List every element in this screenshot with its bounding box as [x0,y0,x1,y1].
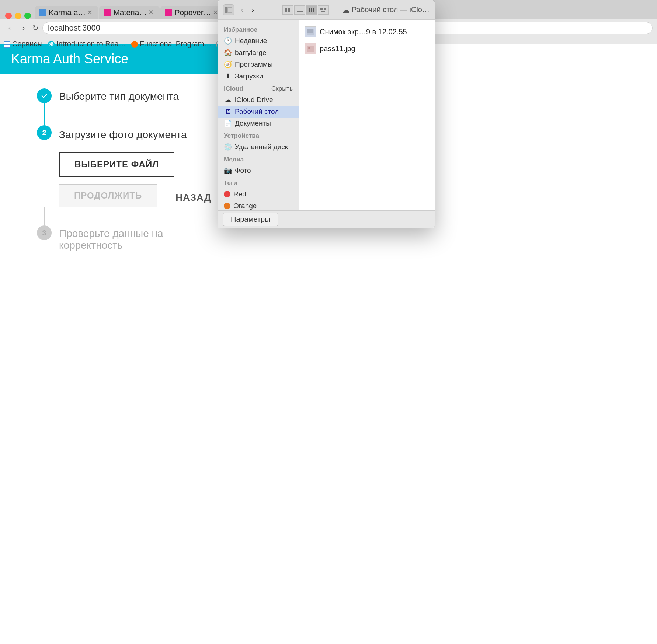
step-3-content: Проверьте данные на корректность [59,225,220,251]
step-2-content: Загрузите фото документа [59,125,187,141]
tab-3[interactable]: Popover… ✕ [160,6,224,19]
cloud-label: Рабочий стол — iClo… [352,6,430,14]
window-minimize-dot[interactable] [15,13,21,19]
icon-view-button[interactable] [282,5,293,15]
react-icon [48,41,55,48]
section-label-tags: Теги [218,176,299,188]
list-view-button[interactable] [294,5,305,15]
gallery-view-button[interactable] [318,5,329,15]
sidebar-item-desktop[interactable]: 🖥 Рабочий стол [218,106,299,118]
fp-icon [131,41,138,48]
sidebar-item-apps[interactable]: 🧭 Программы [218,59,299,70]
svg-rect-18 [321,11,325,12]
bookmark-services-label: Сервисы [12,40,43,48]
tab-1[interactable]: Karma a… ✕ [35,6,98,19]
sidebar-item-icloud-drive[interactable]: ☁ iCloud Drive [218,94,299,106]
choose-file-button[interactable]: ВЫБЕРИТЕ ФАЙЛ [59,152,174,177]
sidebar-apps-label: Программы [235,60,273,69]
bookmark-services[interactable]: Сервисы [4,40,43,48]
svg-rect-7 [285,10,287,12]
action-row: ПРОДОЛЖИТЬ НАЗАД [59,184,211,207]
sidebar-item-home[interactable]: 🏠 barrylarge [218,47,299,59]
tab-2-close[interactable]: ✕ [147,8,155,17]
cloud-drive-icon: ☁ [224,96,232,104]
settings-button[interactable]: Параметры [223,213,278,226]
sidebar-tag-orange-label: Orange [233,202,257,210]
home-icon: 🏠 [224,49,232,57]
sidebar-item-remote-disk[interactable]: 💿 Удаленный диск [218,141,299,153]
compass-icon: 🧭 [224,60,232,69]
icloud-hide-button[interactable]: Скрыть [271,85,293,92]
bookmark-react[interactable]: Introduction to Rea… [48,40,126,48]
steps-container: Выберите тип документа 2 Загрузите фото … [0,74,220,266]
svg-point-22 [308,47,310,49]
sidebar-tag-red-label: Red [233,190,246,198]
sidebar-item-recent[interactable]: 🕐 Недавние [218,35,299,47]
sidebar-downloads-label: Загрузки [235,72,263,80]
finder-toolbar: ‹ › ☁ Рабочий стол — iClo… [218,0,435,20]
cloud-location: ☁ Рабочий стол — iClo… [342,6,430,14]
finder-back-button[interactable]: ‹ [237,5,247,15]
window-maximize-dot[interactable] [24,13,31,19]
back-nav-button[interactable]: ‹ [4,23,15,33]
documents-icon: 📄 [224,119,232,127]
icloud-section-header: iCloud Скрыть [218,82,299,94]
forward-nav-button[interactable]: › [18,23,29,33]
download-icon: ⬇ [224,72,232,80]
file-pass-name: pass11.jpg [320,45,355,53]
section-label-icloud: iCloud [224,85,243,92]
step-1-content: Выберите тип документа [59,88,179,102]
bookmark-fp[interactable]: Functional Program… [131,40,212,48]
finder-forward-button[interactable]: › [248,5,258,15]
clock-icon: 🕐 [224,37,232,45]
step-1: Выберите тип документа [37,88,220,103]
file-item-pass[interactable]: pass11.jpg [299,40,435,57]
desktop-icon: 🖥 [224,108,232,116]
svg-rect-15 [313,8,314,12]
tab-2[interactable]: Materia… ✕ [99,6,160,19]
sidebar-item-photos[interactable]: 📷 Фото [218,165,299,176]
sidebar-photos-label: Фото [235,167,251,175]
sidebar-toggle-button[interactable] [223,4,234,15]
connector-2-3 [44,207,45,225]
file-item-screenshot[interactable]: Снимок экр…9 в 12.02.55 [299,23,435,40]
grid-icon [4,41,10,48]
tag-orange-dot [224,203,230,209]
sidebar-remote-disk-label: Удаленный диск [235,143,288,151]
upload-controls: ВЫБЕРИТЕ ФАЙЛ ПРОДОЛЖИТЬ НАЗАД [44,141,220,207]
svg-rect-8 [288,8,290,10]
svg-rect-5 [228,7,232,13]
tab-1-icon [39,9,46,16]
section-label-favorites: Избранное [218,23,299,35]
step-3: 3 Проверьте данные на корректность [37,225,220,251]
nav-buttons: ‹ › [237,5,258,15]
sidebar-icloud-drive-label: iCloud Drive [235,96,273,104]
sidebar-item-tag-red[interactable]: Red [218,188,299,200]
disk-icon: 💿 [224,143,232,151]
refresh-button[interactable]: ↻ [32,24,39,32]
back-button[interactable]: НАЗАД [175,192,211,203]
tab-1-label: Karma a… [49,8,86,17]
view-buttons [282,5,329,15]
sidebar-item-downloads[interactable]: ⬇ Загрузки [218,70,299,82]
sidebar-desktop-label: Рабочий стол [235,108,279,116]
svg-rect-11 [297,10,303,10]
step-2-number: 2 [42,129,46,137]
tag-red-dot [224,191,230,197]
continue-button[interactable]: ПРОДОЛЖИТЬ [59,184,157,207]
step-2-indicator: 2 [37,125,52,140]
tab-1-close[interactable]: ✕ [86,8,94,17]
step-2: 2 Загрузите фото документа [37,125,220,141]
file-screenshot-name: Снимок экр…9 в 12.02.55 [320,28,407,36]
step-1-label: Выберите тип документа [59,91,179,102]
column-view-button[interactable] [306,5,317,15]
connector-1-2 [44,103,45,125]
window-close-dot[interactable] [5,13,12,19]
sidebar-documents-label: Документы [235,119,271,127]
svg-rect-13 [309,8,310,12]
image-thumbnail [305,43,316,54]
sidebar-home-label: barrylarge [235,49,267,57]
sidebar-item-tag-orange[interactable]: Orange [218,200,299,210]
browser-content: Karma Auth Service Выберите тип документ… [0,44,220,644]
sidebar-item-documents[interactable]: 📄 Документы [218,118,299,129]
